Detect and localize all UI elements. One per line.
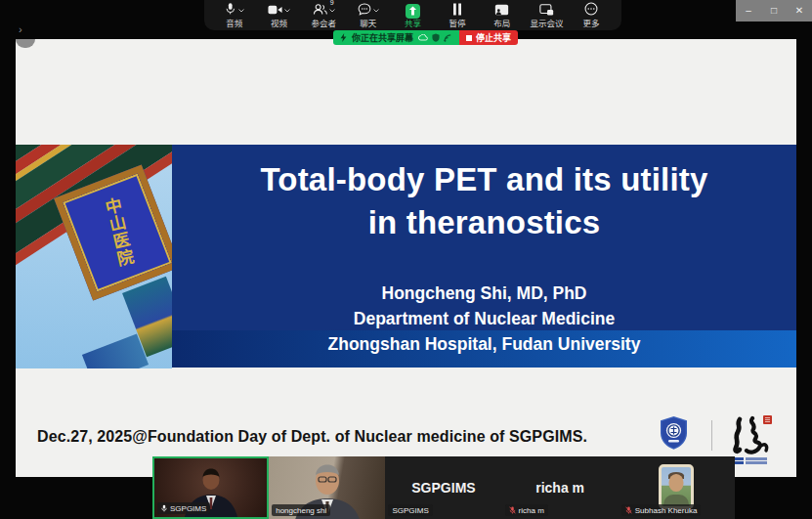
participant-tile-hongcheng-shi[interactable]: hongcheng shi <box>269 456 385 519</box>
show-meeting-label: 显示会议 <box>530 20 563 28</box>
participants-label: 参会者 <box>311 20 336 28</box>
pause-icon <box>452 2 462 20</box>
author-department: Department of Nuclear Medicine <box>172 306 796 331</box>
slide-title: Total-body PET and its utility in theran… <box>172 158 796 244</box>
participant-tile-richa-m[interactable]: richa m richa m <box>502 456 619 519</box>
slide-title-line1: Total-body PET and its utility <box>172 158 796 201</box>
meeting-toolbar: 音频 视频 9 参会者 聊天 <box>204 0 621 30</box>
layout-icon <box>494 2 509 20</box>
stop-icon <box>466 35 472 41</box>
author-block: Hongcheng Shi, MD, PhD Department of Nuc… <box>172 281 796 357</box>
slide-title-line2: in theranostics <box>172 201 796 244</box>
cloud-icon[interactable] <box>418 34 428 41</box>
chevron-down-icon[interactable] <box>329 9 335 13</box>
slide-footer-text: Dec.27, 2025@Foundation Day of Dept. of … <box>37 428 587 446</box>
anniversary-calligraphy-logo <box>726 413 773 462</box>
sharing-status-text: 你正在共享屏幕 <box>352 31 413 44</box>
pause-label: 暂停 <box>449 20 466 28</box>
participants-button[interactable]: 9 参会者 <box>307 2 340 29</box>
video-label: 视频 <box>271 20 287 28</box>
chat-button[interactable]: 聊天 <box>352 2 385 29</box>
participant-name-tag: Subhash Kheruka <box>621 504 702 516</box>
participant-tile-subhash-kheruka[interactable]: Subhash Kheruka <box>619 456 735 519</box>
gate-ornament <box>82 333 149 368</box>
more-label: 更多 <box>583 20 600 28</box>
close-button[interactable]: ✕ <box>788 0 811 22</box>
camera-icon <box>268 2 282 20</box>
expand-sidebar-chevron-icon[interactable]: › <box>19 23 22 35</box>
minimize-button[interactable]: – <box>737 0 760 22</box>
sign-calligraphy-text: 中山医院 <box>98 195 138 270</box>
author-name: Hongcheng Shi, MD, PhD <box>172 281 796 306</box>
microphone-icon <box>224 2 236 20</box>
sharing-banner: 你正在共享屏幕 停止共享 <box>333 30 518 45</box>
share-screen-label-wrap: 聊天 <box>360 20 376 28</box>
participant-name-tag: hongcheng shi <box>272 504 330 516</box>
share-button[interactable]: 共享 <box>396 2 429 29</box>
chevron-down-icon[interactable] <box>284 9 290 13</box>
chevron-down-icon[interactable] <box>373 9 379 13</box>
participants-icon: 9 <box>313 2 327 20</box>
more-button[interactable]: 更多 <box>575 2 608 29</box>
zhongshan-shield-logo <box>659 415 689 454</box>
participant-name-tag: SGPGIMS <box>157 502 210 514</box>
audio-label: 音频 <box>226 20 242 28</box>
author-affiliation: Zhongshan Hospital, Fudan University <box>172 331 796 357</box>
video-button[interactable]: 视频 <box>262 2 295 29</box>
share-label: 共享 <box>405 20 421 28</box>
broadcast-icon[interactable] <box>444 34 452 42</box>
participant-tile-sgpgims-card[interactable]: SGPGIMS SGPGIMS <box>385 456 501 519</box>
layout-label: 布局 <box>493 20 510 28</box>
stop-share-button[interactable]: 停止共享 <box>459 30 518 45</box>
maximize-button[interactable]: □ <box>762 0 786 22</box>
shield-icon[interactable] <box>432 33 440 42</box>
chat-icon <box>358 2 371 20</box>
more-icon <box>584 2 598 20</box>
sharing-status: 你正在共享屏幕 <box>333 30 459 45</box>
participants-count-badge: 9 <box>330 0 334 6</box>
participant-tile-sgpgims-video[interactable]: SGPGIMS <box>152 456 269 519</box>
hospital-logo-text <box>730 457 787 465</box>
participant-name-tag: richa m <box>505 504 548 516</box>
window-controls: – □ ✕ <box>736 0 812 22</box>
participants-strip: SGPGIMS hongcheng shi SGPGIMS SGPGIMS ri… <box>152 456 735 519</box>
show-meeting-icon <box>539 2 554 20</box>
audio-button[interactable]: 音频 <box>218 2 251 29</box>
layout-button[interactable]: 布局 <box>486 2 519 29</box>
mic-muted-icon <box>509 506 516 514</box>
stop-share-label: 停止共享 <box>476 31 511 44</box>
mic-on-icon <box>161 504 167 512</box>
logo-divider <box>711 420 712 451</box>
chevron-down-icon[interactable] <box>238 9 244 13</box>
avatar <box>659 464 694 509</box>
share-screen-icon <box>406 4 420 19</box>
slide-top-notch[interactable] <box>16 39 35 48</box>
participant-name-tag: SGPGIMS <box>388 504 432 516</box>
mic-muted-icon <box>625 506 632 514</box>
signal-quality-icon <box>340 33 347 42</box>
shared-slide: 中山医院 Total-body PET and its utility in t… <box>16 39 796 477</box>
hospital-gate-photo: 中山医院 <box>16 145 172 368</box>
pause-share-button[interactable]: 暂停 <box>441 2 474 29</box>
title-banner: Total-body PET and its utility in theran… <box>172 145 796 368</box>
show-meeting-button[interactable]: 显示会议 <box>530 2 563 29</box>
